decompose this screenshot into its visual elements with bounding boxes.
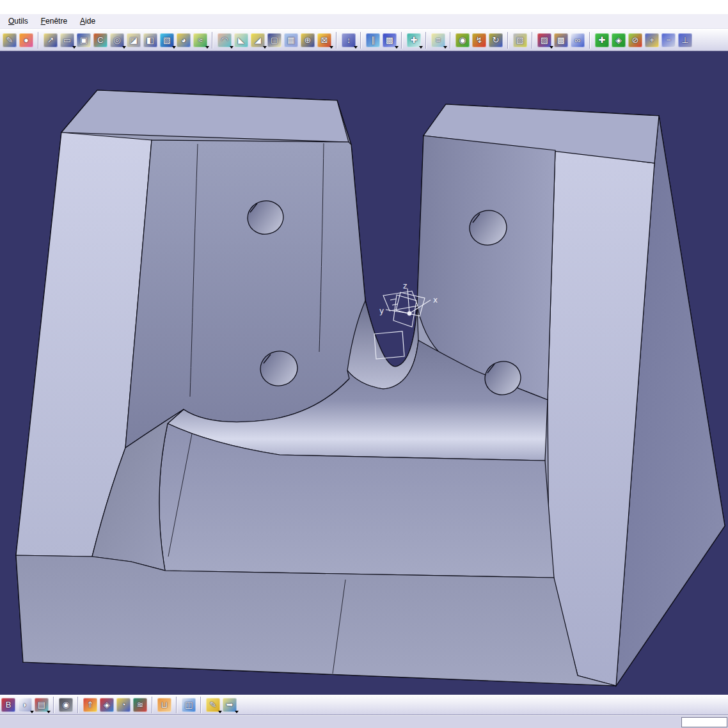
apply-material-icon[interactable]: ⇑: [83, 698, 97, 712]
cubes-gray-icon[interactable]: ▧: [513, 33, 527, 47]
brush-icon[interactable]: ✎: [3, 33, 17, 47]
top-toolbar: ✎●↗▭▣C◎◪◧▧◕≈◠◣◢▢▦⊕⊠↕∥▩✚≡◉↯↻▧▨▩∞✚◈⊘+−⊥: [0, 29, 728, 51]
status-bar: [0, 715, 728, 728]
red-tray-icon-dropdown-arrow[interactable]: [47, 711, 51, 713]
balloon-annotation-icon[interactable]: ◗: [18, 698, 32, 712]
annotation-bc-icon[interactable]: B: [1, 698, 15, 712]
catalog-blue-icon[interactable]: ↻: [489, 33, 503, 47]
camera-icon[interactable]: ◉: [59, 698, 73, 712]
pad-icon-dropdown-arrow[interactable]: [72, 46, 76, 49]
catalog-green-icon[interactable]: ◉: [455, 33, 470, 47]
exit-workbench-icon[interactable]: ↗: [44, 33, 58, 47]
fem-view-icon[interactable]: ◈: [100, 698, 114, 712]
toolbar-group: ◫: [180, 698, 197, 712]
draft-angle-icon[interactable]: ◢: [251, 33, 265, 47]
balloon-annotation-icon-dropdown-arrow[interactable]: [30, 711, 34, 713]
planes-mirror-icon[interactable]: ∥: [366, 33, 380, 47]
measure-column-icon-dropdown-arrow[interactable]: [354, 46, 358, 49]
menu-item-fenetre[interactable]: Fenêtre: [41, 17, 67, 26]
edge-fillet-icon-dropdown-arrow[interactable]: [230, 46, 233, 49]
fillet-wedge-icon[interactable]: ◕: [177, 33, 191, 47]
red-tray-icon[interactable]: ▤: [35, 698, 49, 712]
zoom-out-icon[interactable]: −: [661, 33, 676, 47]
draft-angle-icon-dropdown-arrow[interactable]: [263, 46, 267, 49]
toolbar-group: ≡: [430, 33, 447, 47]
toolbar-group: ✚: [406, 33, 422, 47]
axis-z-line: [408, 289, 409, 313]
zoom-in-icon[interactable]: +: [645, 33, 659, 47]
window-top-strip: [0, 0, 728, 14]
catalog-browser-icon-dropdown-arrow[interactable]: [235, 711, 239, 713]
checker-cube-icon[interactable]: ▦: [284, 33, 298, 47]
layers-stack-icon[interactable]: ≡: [431, 33, 445, 47]
sketch-tracer-icon[interactable]: ✎: [206, 698, 220, 712]
rib-icon[interactable]: ◪: [127, 33, 141, 47]
box-icon[interactable]: ▧: [160, 33, 174, 47]
remove-face-icon[interactable]: ⊠: [317, 33, 331, 47]
hole-icon-dropdown-arrow[interactable]: [122, 46, 126, 49]
rect-pattern-icon-dropdown-arrow[interactable]: [395, 46, 399, 49]
cubes-red-blue-icon-dropdown-arrow[interactable]: [550, 46, 553, 49]
shell-icon[interactable]: ▢: [267, 33, 281, 47]
loft-icon-dropdown-arrow[interactable]: [205, 46, 209, 49]
status-input[interactable]: [681, 717, 727, 727]
fit-all-icon[interactable]: ◈: [612, 33, 626, 47]
toolbar-separator: [336, 32, 337, 49]
toolbar-group: ↗▭▣C◎◪◧▧◕≈: [42, 33, 209, 47]
viewport[interactable]: z x y: [0, 51, 728, 695]
pad-icon[interactable]: ▭: [60, 33, 74, 47]
toolbar-separator: [176, 697, 177, 713]
loft-icon[interactable]: ≈: [193, 33, 207, 47]
section-layers-icon[interactable]: ≋: [133, 698, 147, 712]
cubes-multi-icon[interactable]: ▩: [554, 33, 568, 47]
3d-scene[interactable]: z x y: [0, 51, 728, 695]
rect-pattern-icon[interactable]: ▩: [383, 33, 397, 47]
no-show-icon[interactable]: ⊘: [628, 33, 642, 47]
normal-view-icon[interactable]: ⊥: [678, 33, 692, 47]
axis-move-icon-dropdown-arrow[interactable]: [419, 46, 423, 49]
toolbar-separator: [507, 32, 509, 49]
layers-stack-icon-dropdown-arrow[interactable]: [443, 46, 447, 49]
part-u-icon[interactable]: ⊔: [157, 698, 171, 712]
part-face-top-left[interactable]: [61, 90, 349, 142]
toolbar-separator: [212, 32, 213, 49]
axis-move-icon[interactable]: ✚: [407, 33, 421, 47]
edge-fillet-icon[interactable]: ◠: [218, 33, 232, 47]
circular-pattern-icon[interactable]: ⊕: [301, 33, 315, 47]
measure-column-icon[interactable]: ↕: [342, 33, 356, 47]
iso-box-icon[interactable]: ◫: [182, 698, 196, 712]
sphere-wand-icon[interactable]: ●: [19, 33, 33, 47]
axis-x-label: x: [433, 296, 438, 305]
remove-face-icon-dropdown-arrow[interactable]: [329, 46, 333, 49]
box-icon-dropdown-arrow[interactable]: [172, 46, 176, 49]
pocket-icon[interactable]: ▣: [77, 33, 91, 47]
menu-item-aide[interactable]: Aide: [80, 17, 95, 26]
sketch-tracer-icon-dropdown-arrow[interactable]: [218, 711, 222, 713]
hole-icon[interactable]: ◎: [110, 33, 124, 47]
spheres-pair-icon[interactable]: ∞: [571, 33, 585, 47]
catalog-red-icon[interactable]: ↯: [472, 33, 486, 47]
catalog-browser-icon[interactable]: ➥: [223, 698, 237, 712]
toolbar-separator: [77, 697, 79, 713]
chamfer-icon[interactable]: ◣: [234, 33, 248, 47]
gauge-icon[interactable]: ◔: [116, 698, 131, 712]
plane-xy-wireframe[interactable]: [383, 291, 418, 311]
toolbar-group: ◉: [58, 698, 74, 712]
toolbar-separator: [532, 32, 533, 49]
origin-point[interactable]: [408, 312, 412, 316]
menu-item-outils[interactable]: Outils: [8, 17, 28, 26]
bottom-toolbar: B◗▤◉⇑◈◔≋⊔◫✎➥: [0, 695, 728, 715]
toolbar-separator: [53, 697, 54, 713]
cubes-red-blue-icon[interactable]: ▨: [537, 33, 551, 47]
toolbar-group: ✎➥: [205, 698, 238, 712]
slot-icon[interactable]: ◧: [143, 33, 157, 47]
axis-z-label: z: [403, 281, 407, 290]
catia-window: OutilsFenêtreAide ✎●↗▭▣C◎◪◧▧◕≈◠◣◢▢▦⊕⊠↕∥▩…: [0, 0, 728, 728]
3d-part[interactable]: [16, 90, 725, 686]
toolbar-group: ◠◣◢▢▦⊕⊠: [216, 33, 333, 47]
toolbar-group: B◗▤: [0, 698, 50, 712]
pan-icon[interactable]: ✚: [595, 33, 609, 47]
shaft-icon[interactable]: C: [93, 33, 107, 47]
toolbar-group: ▨▩∞: [536, 33, 586, 47]
toolbar-separator: [152, 697, 153, 713]
